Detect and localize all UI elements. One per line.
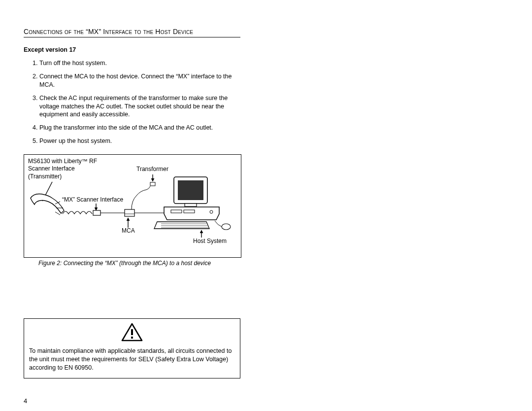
svg-rect-25 — [131, 337, 133, 339]
svg-rect-24 — [131, 329, 133, 335]
list-item: Turn off the host system. — [39, 59, 246, 68]
svg-rect-10 — [125, 209, 134, 216]
svg-rect-8 — [93, 210, 100, 215]
warning-icon — [29, 323, 235, 345]
steps-list: Turn off the host system. Connect the MC… — [29, 59, 246, 145]
warning-box: To maintain compliance with applicable s… — [24, 318, 240, 378]
svg-rect-17 — [171, 210, 182, 213]
list-item: Connect the MCA to the host device. Conn… — [39, 72, 246, 89]
figure-caption: Figure 2: Connecting the “MX” (through t… — [38, 260, 502, 267]
svg-point-19 — [210, 210, 213, 213]
warning-text: To maintain compliance with applicable s… — [29, 347, 235, 372]
svg-rect-18 — [184, 210, 195, 213]
figure-container: MS6130 with Liberty™ RFScanner Interface… — [24, 154, 241, 258]
svg-rect-16 — [185, 204, 197, 206]
list-item: Plug the transformer into the side of th… — [39, 124, 246, 132]
list-item: Power up the host system. — [39, 137, 246, 145]
list-item: Check the AC input requirements of the t… — [39, 94, 246, 119]
section-title: Connections of the “MX” Interface to the… — [24, 28, 240, 37]
page-number: 4 — [24, 397, 502, 405]
diagram-svg — [24, 155, 241, 257]
svg-rect-15 — [178, 180, 203, 200]
svg-line-7 — [55, 212, 60, 215]
subheading: Except version 17 — [24, 46, 502, 53]
svg-rect-13 — [150, 182, 155, 186]
svg-point-23 — [222, 224, 231, 230]
